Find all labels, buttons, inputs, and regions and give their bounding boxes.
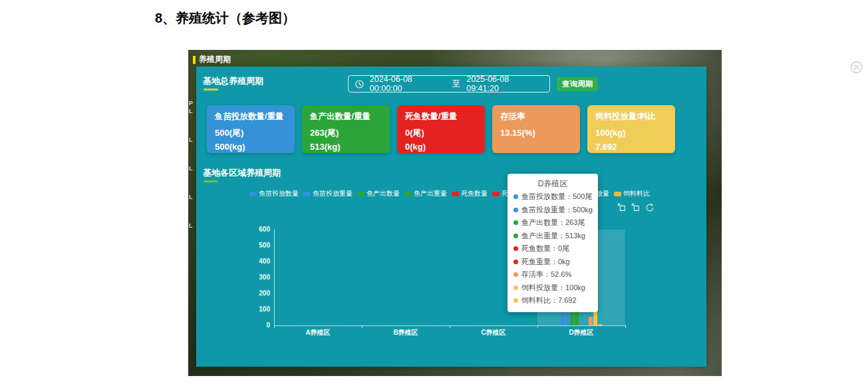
background-letter: L bbox=[189, 222, 193, 229]
chart-toolbox bbox=[617, 203, 654, 212]
stat-card-value: 500(kg) bbox=[215, 140, 287, 154]
y-axis-tick-label: 100 bbox=[247, 305, 270, 313]
legend-marker-icon bbox=[614, 192, 621, 196]
legend-item-1[interactable]: 鱼苗投放重量 bbox=[303, 189, 353, 198]
series-dot-icon bbox=[513, 194, 518, 199]
stat-card-title: 饲料投放量/料比 bbox=[595, 111, 667, 122]
legend-item-4[interactable]: 死鱼数量 bbox=[452, 189, 488, 198]
tooltip-item-text: 饲料料比：7.692 bbox=[521, 294, 577, 307]
chart-bar-饲料料比[interactable] bbox=[598, 324, 602, 325]
legend-item-8[interactable]: 饲料料比 bbox=[614, 189, 650, 198]
legend-marker-icon bbox=[404, 192, 412, 196]
legend-item-3[interactable]: 鱼产出重量 bbox=[404, 189, 447, 198]
series-dot-icon bbox=[513, 208, 518, 212]
tooltip-item-text: 存活率：52.6% bbox=[521, 268, 571, 282]
y-axis-tick-label: 0 bbox=[247, 321, 270, 329]
zoom-reset-icon[interactable] bbox=[631, 203, 641, 212]
y-axis-tick-label: 400 bbox=[247, 258, 270, 265]
tooltip-item-text: 鱼苗投放数量：500尾 bbox=[521, 190, 592, 204]
section-title-regions: 基地各区域养殖周期 bbox=[203, 167, 281, 179]
series-dot-icon bbox=[513, 260, 518, 264]
legend-item-2[interactable]: 鱼产出数量 bbox=[357, 189, 400, 198]
tooltip-item-text: 饲料投放量：100kg bbox=[521, 282, 585, 295]
tooltip-item: 鱼产出数量：263尾 bbox=[513, 216, 592, 230]
y-axis-tick-label: 600 bbox=[247, 226, 270, 233]
y-axis-tick-label: 500 bbox=[247, 242, 270, 249]
tooltip-item: 死鱼重量：0kg bbox=[513, 256, 592, 269]
series-dot-icon bbox=[513, 220, 518, 225]
y-axis-line bbox=[274, 230, 275, 325]
window-title-marker bbox=[193, 56, 196, 64]
stat-card-1: 鱼产出数量/重量263(尾)513(kg) bbox=[302, 105, 390, 153]
stat-card-value: 263(尾) bbox=[310, 126, 382, 140]
legend-item-0[interactable]: 鱼苗投放数量 bbox=[249, 189, 299, 198]
window-title: 养殖周期 bbox=[199, 54, 231, 65]
section-title-total: 基地总养殖周期 bbox=[203, 75, 263, 87]
window-header: 养殖周期 bbox=[193, 54, 231, 65]
series-dot-icon bbox=[513, 234, 518, 238]
stat-card-3: 存活率13.15(%) bbox=[492, 105, 580, 153]
series-dot-icon bbox=[513, 286, 518, 290]
date-range-picker[interactable]: 2024-06-08 00:00:00 至 2025-06-08 09:41:2… bbox=[348, 75, 550, 93]
tooltip-item-text: 死鱼重量：0kg bbox=[521, 256, 570, 269]
series-dot-icon bbox=[513, 272, 518, 277]
tooltip-item-text: 鱼产出重量：513kg bbox=[521, 230, 585, 243]
legend-label: 鱼产出重量 bbox=[414, 189, 447, 198]
stat-card-value: 500(尾) bbox=[215, 126, 287, 140]
tooltip-item: 鱼产出重量：513kg bbox=[513, 230, 592, 243]
y-axis-tick-label: 300 bbox=[247, 274, 270, 281]
stat-card-title: 存活率 bbox=[500, 111, 572, 122]
tooltip-item-text: 死鱼数量：0尾 bbox=[521, 242, 569, 256]
legend-marker-icon bbox=[249, 192, 257, 196]
clock-icon bbox=[355, 80, 364, 89]
background-letter: L bbox=[189, 136, 193, 143]
legend-label: 鱼产出数量 bbox=[366, 189, 400, 198]
chart-tooltip: D养殖区 鱼苗投放数量：500尾鱼苗投放重量：500kg鱼产出数量：263尾鱼产… bbox=[507, 174, 598, 312]
tooltip-title: D养殖区 bbox=[513, 178, 592, 190]
series-dot-icon bbox=[513, 246, 518, 251]
legend-marker-icon bbox=[303, 192, 311, 196]
stat-card-4: 饲料投放量/料比100(kg)7.692 bbox=[587, 105, 675, 153]
date-end[interactable]: 2025-06-08 09:41:20 bbox=[466, 75, 543, 93]
page: 8、养殖统计（参考图） 养殖周期 PLLLLL 基地总养殖周期 2024-06-… bbox=[0, 0, 868, 384]
legend-marker-icon bbox=[452, 192, 459, 196]
tooltip-item: 死鱼数量：0尾 bbox=[513, 242, 592, 256]
background-letter: L bbox=[189, 108, 193, 114]
close-icon bbox=[850, 61, 863, 74]
x-axis-category-label: A养殖区 bbox=[274, 328, 362, 337]
tooltip-item: 饲料料比：7.692 bbox=[513, 294, 592, 307]
chart-bar-存活率[interactable] bbox=[589, 317, 593, 325]
box-zoom-icon[interactable] bbox=[617, 203, 627, 212]
stat-card-value: 0(kg) bbox=[405, 140, 477, 154]
legend-label: 鱼苗投放数量 bbox=[259, 189, 299, 198]
query-cycle-button[interactable]: 查询周期 bbox=[557, 77, 598, 91]
legend-marker-icon bbox=[357, 192, 364, 196]
restore-icon[interactable] bbox=[645, 203, 654, 212]
x-axis-category-label: B养殖区 bbox=[362, 328, 450, 337]
series-dot-icon bbox=[513, 298, 518, 303]
tooltip-item: 鱼苗投放数量：500尾 bbox=[513, 190, 592, 204]
date-to-label: 至 bbox=[452, 79, 461, 90]
y-axis-tick-label: 200 bbox=[247, 289, 270, 297]
stat-card-value: 100(kg) bbox=[595, 126, 667, 140]
stat-card-2: 死鱼数量/重量0(尾)0(kg) bbox=[397, 105, 485, 153]
stat-cards: 鱼苗投放数量/重量500(尾)500(kg)鱼产出数量/重量263(尾)513(… bbox=[207, 105, 675, 153]
tooltip-item: 存活率：52.6% bbox=[513, 268, 592, 282]
legend-marker-icon bbox=[492, 192, 500, 196]
stat-card-title: 死鱼数量/重量 bbox=[405, 111, 477, 122]
stat-card-value: 7.692 bbox=[595, 140, 667, 154]
date-start[interactable]: 2024-06-08 00:00:00 bbox=[370, 75, 446, 93]
tooltip-item-text: 鱼产出数量：263尾 bbox=[521, 216, 585, 230]
chart-bar-饲料投放量[interactable] bbox=[593, 309, 597, 325]
close-button[interactable] bbox=[850, 61, 863, 74]
stat-card-value: 13.15(%) bbox=[500, 126, 572, 140]
x-axis-tickmark bbox=[625, 325, 626, 328]
tooltip-item: 鱼苗投放重量：500kg bbox=[513, 204, 592, 217]
background-letter: L bbox=[189, 165, 193, 172]
tooltip-items: 鱼苗投放数量：500尾鱼苗投放重量：500kg鱼产出数量：263尾鱼产出重量：5… bbox=[513, 190, 592, 307]
background-letter: P bbox=[189, 100, 193, 106]
stat-card-value: 513(kg) bbox=[310, 140, 382, 154]
legend-label: 鱼苗投放重量 bbox=[313, 189, 353, 198]
stat-card-0: 鱼苗投放数量/重量500(尾)500(kg) bbox=[207, 105, 295, 153]
stat-card-title: 鱼产出数量/重量 bbox=[310, 111, 382, 122]
